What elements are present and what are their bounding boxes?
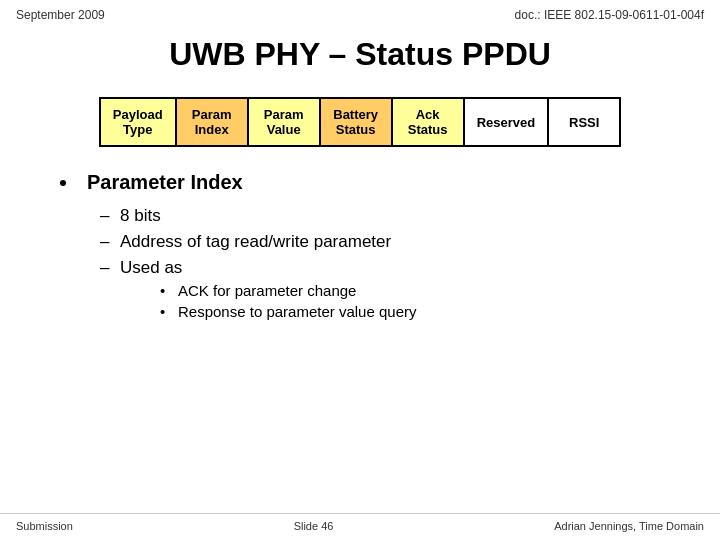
sub-item-3: Used as ACK for parameter change Respons… — [100, 258, 660, 320]
sub-item-1: 8 bits — [100, 206, 660, 226]
col-reserved: Reserved — [464, 98, 549, 146]
footer-right: Adrian Jennings, Time Domain — [554, 520, 704, 532]
ppdu-table-container: PayloadType ParamIndex ParamValue Batter… — [0, 97, 720, 147]
page-title: UWB PHY – Status PPDU — [0, 36, 720, 73]
col-rssi: RSSI — [548, 98, 620, 146]
col-param-value: ParamValue — [248, 98, 320, 146]
main-bullet: Parameter Index — [60, 171, 660, 194]
sub-item-2: Address of tag read/write parameter — [100, 232, 660, 252]
col-payload-type: PayloadType — [100, 98, 176, 146]
sub-sub-item-1: ACK for parameter change — [160, 282, 660, 299]
content-section: Parameter Index 8 bits Address of tag re… — [0, 171, 720, 320]
ppdu-table: PayloadType ParamIndex ParamValue Batter… — [99, 97, 621, 147]
col-ack-status: AckStatus — [392, 98, 464, 146]
header-doc-id: doc.: IEEE 802.15-09-0611-01-004f — [515, 8, 704, 22]
footer-left: Submission — [16, 520, 73, 532]
footer: Submission Slide 46 Adrian Jennings, Tim… — [0, 513, 720, 532]
sub-sub-list: ACK for parameter change Response to par… — [160, 282, 660, 320]
header-date: September 2009 — [16, 8, 105, 22]
footer-center: Slide 46 — [294, 520, 334, 532]
sub-sub-item-2: Response to parameter value query — [160, 303, 660, 320]
col-param-index: ParamIndex — [176, 98, 248, 146]
col-battery-status: BatteryStatus — [320, 98, 392, 146]
sub-list: 8 bits Address of tag read/write paramet… — [100, 206, 660, 320]
